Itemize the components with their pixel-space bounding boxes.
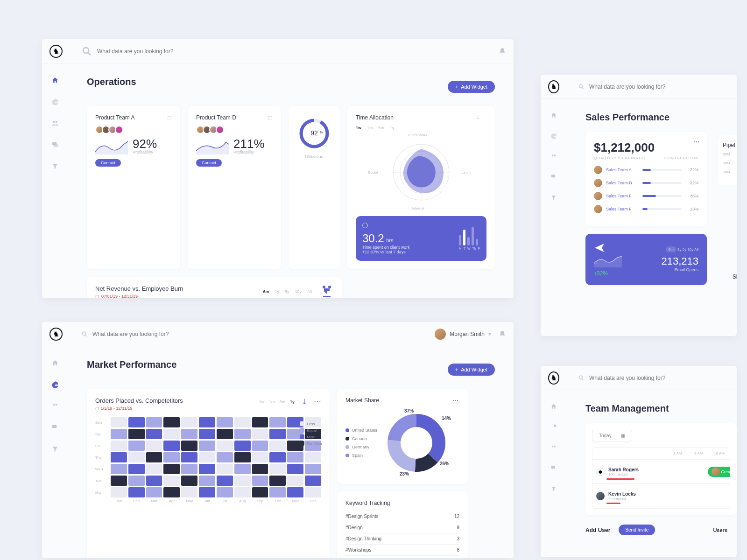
keyword-row: #Design Thinking3 <box>345 533 459 545</box>
contact-button[interactable]: Contact <box>196 159 222 167</box>
avatar <box>594 179 602 187</box>
download-icon[interactable] <box>320 285 333 298</box>
people-icon[interactable] <box>550 153 557 160</box>
tab-1y[interactable]: 1y <box>677 247 681 252</box>
tab-1y[interactable]: 1y <box>275 289 279 294</box>
chat-icon[interactable] <box>51 141 59 148</box>
search-input[interactable] <box>589 84 729 90</box>
bell-icon[interactable] <box>499 330 506 338</box>
time-range-tabs: 1w 1m 6m 1y <box>259 399 295 404</box>
avatar <box>596 492 605 500</box>
add-widget-button[interactable]: +Add Widget <box>448 81 495 93</box>
search-input[interactable] <box>92 331 233 337</box>
search[interactable] <box>578 84 729 90</box>
svg-line-28 <box>85 335 87 336</box>
card-title: Orders Placed vs. Competetitors <box>95 397 183 404</box>
tab-10y[interactable]: 10y <box>687 247 693 252</box>
bookmark-icon[interactable]: ◻ <box>167 114 172 121</box>
event-chip[interactable]: Create pitch <box>708 467 730 477</box>
heatmap-cell <box>252 464 268 474</box>
chat-icon[interactable] <box>51 424 59 431</box>
today-button[interactable]: Today▦ <box>592 430 632 441</box>
filter-icon[interactable] <box>51 162 59 170</box>
tab-5y[interactable]: 5y <box>683 247 686 252</box>
home-icon[interactable] <box>51 359 59 367</box>
date-range[interactable]: ▢ 1/1/19 - 12/31/19 <box>95 406 183 411</box>
day-label: Wed <box>95 464 109 474</box>
people-icon[interactable] <box>550 444 557 451</box>
logo[interactable]: ♞ <box>49 45 63 58</box>
heatmap-cell <box>199 429 215 439</box>
client-work-stat: 30.2 hrs Time spent on client work +12.6… <box>356 216 486 261</box>
heatmap-cell <box>163 417 180 427</box>
people-icon[interactable] <box>51 402 59 410</box>
tab-all[interactable]: All <box>694 247 698 252</box>
tab-1w[interactable]: 1w <box>356 126 361 130</box>
heatmap-cell <box>146 464 162 474</box>
home-icon[interactable] <box>550 112 557 119</box>
keyword-tag: #Design <box>345 525 363 530</box>
search[interactable] <box>81 331 435 337</box>
download-icon[interactable]: ⤓ ⋯ <box>476 114 486 121</box>
home-icon[interactable] <box>550 403 557 410</box>
filter-icon[interactable] <box>51 445 59 453</box>
sidebar <box>42 63 68 170</box>
tab-6m[interactable]: 6m <box>379 126 385 130</box>
add-widget-button[interactable]: +Add Widget <box>448 364 495 376</box>
chat-icon[interactable] <box>550 465 557 471</box>
contact-button[interactable]: Contact <box>95 159 121 167</box>
chat-icon[interactable] <box>550 174 557 180</box>
bell-icon[interactable] <box>499 48 506 55</box>
search-input[interactable] <box>589 375 729 381</box>
bookmark-icon[interactable]: ◻ <box>268 114 273 121</box>
tab-1m[interactable]: 1m <box>367 126 373 130</box>
tab-5y[interactable]: 5y <box>285 289 289 294</box>
radar-chart: Client Work Lunch Internal Social <box>374 135 468 210</box>
tab-6m[interactable]: 6m <box>279 399 285 404</box>
email-delta: ↑32% <box>594 270 622 277</box>
earnings-value: $1,212,000 <box>594 140 698 155</box>
heatmap-cell <box>305 452 321 462</box>
pie-icon[interactable] <box>51 98 59 105</box>
search-icon <box>81 46 92 57</box>
logo[interactable]: ♞ <box>548 371 559 385</box>
tab-1y[interactable]: 1y <box>390 126 395 130</box>
logo[interactable]: ♞ <box>49 328 63 341</box>
tab-10y[interactable]: 10y <box>295 289 302 294</box>
download-icon[interactable]: ⤓ <box>301 397 307 406</box>
stat-value: 92% <box>133 138 157 150</box>
stat-hours: 30.2 <box>362 232 384 245</box>
tab-all[interactable]: All <box>307 289 312 294</box>
heatmap-cell <box>146 476 162 486</box>
more-icon[interactable]: ⋯ <box>314 397 321 406</box>
pie-icon[interactable] <box>550 133 557 139</box>
more-icon[interactable]: ⋮ <box>452 397 459 404</box>
tab-1m[interactable]: 1m <box>269 399 275 404</box>
team-name: Sales Team A <box>606 168 639 172</box>
tab-1y[interactable]: 1y <box>290 399 295 404</box>
people-icon[interactable] <box>51 119 59 127</box>
topbar: ♞ Morgan Smith▾ <box>42 322 514 346</box>
progress-bar <box>642 195 682 197</box>
tab-1w[interactable]: 1w <box>259 399 264 404</box>
filter-icon[interactable] <box>550 194 557 201</box>
search-input[interactable] <box>97 48 237 55</box>
search-icon <box>81 331 88 337</box>
svg-line-1 <box>88 53 91 55</box>
pie-icon[interactable] <box>550 424 557 430</box>
logo[interactable]: ♞ <box>548 80 559 93</box>
heatmap-cell <box>163 464 180 474</box>
pie-legend: United StatesCanadaGermanySpain <box>345 428 377 458</box>
more-icon[interactable]: ⋮ <box>693 139 700 144</box>
date-range[interactable]: ▢07/01/19 - 12/31/19 <box>95 294 183 298</box>
filter-icon[interactable] <box>550 485 557 492</box>
search[interactable] <box>81 46 499 57</box>
heatmap-cell <box>181 476 197 486</box>
home-icon[interactable] <box>51 77 59 84</box>
search[interactable] <box>578 375 729 381</box>
send-invite-button[interactable]: Send Invite <box>619 525 655 535</box>
tab-6m[interactable]: 6m <box>666 246 677 252</box>
pie-icon[interactable] <box>51 381 59 388</box>
tab-6m[interactable]: 6m <box>263 289 269 294</box>
user-menu[interactable]: Morgan Smith▾ <box>435 329 491 340</box>
